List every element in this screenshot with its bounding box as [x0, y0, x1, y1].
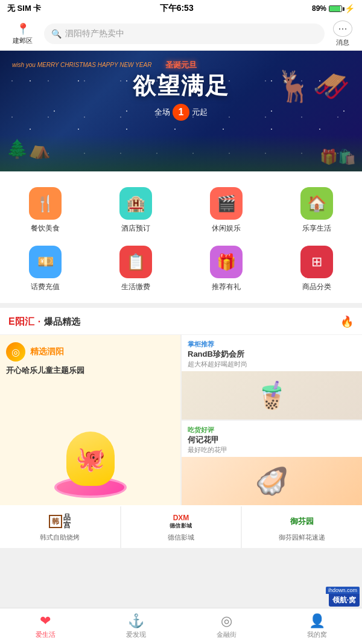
category-leisure-label: 休闲娱乐 — [212, 223, 241, 234]
battery-percent: 89% — [312, 4, 326, 13]
banner-sub-text: 全场 — [154, 107, 170, 118]
category-bills-icon: 📋 — [119, 246, 152, 278]
category-lifestyle-icon: 🏠 — [300, 187, 333, 220]
banner-price-area: 全场 1 元起 — [0, 104, 362, 121]
category-grid-row1: 🍴 餐饮美食 🏨 酒店预订 🎬 休闲娱乐 🏠 乐享生活 — [0, 181, 362, 240]
category-hotel-icon: 🏨 — [119, 187, 152, 220]
merchant-yu-name: 御芬园鲜花速递 — [279, 533, 325, 542]
location-icon: 📍 — [16, 22, 30, 36]
product-food-badge: 吃货好评 — [188, 426, 356, 435]
tab-discover-icon: ⚓ — [128, 613, 144, 629]
category-products-icon: ⊞ — [300, 246, 333, 278]
location-button[interactable]: 📍 建邺区 — [6, 22, 39, 45]
banner-price-num: 1 — [173, 104, 189, 121]
mountain-decoration — [0, 135, 362, 171]
category-hotel-label: 酒店预订 — [121, 223, 150, 234]
product-food-info: 吃货好评 何记花甲 最好吃的花甲 — [182, 421, 362, 457]
category-topup-label: 话费充值 — [31, 282, 60, 292]
category-grid-row2: 💴 话费充值 📋 生活缴费 🎁 推荐有礼 ⊞ 商品分类 — [0, 240, 362, 298]
tab-finance[interactable]: ◎ 金融街 — [181, 608, 272, 644]
merchant-dxm[interactable]: DXM 德信影城 德信影城 — [121, 506, 241, 548]
product-card-food[interactable]: 吃货好评 何记花甲 最好吃的花甲 🦪 — [182, 421, 362, 505]
category-bills[interactable]: 📋 生活缴费 — [91, 240, 181, 298]
merchant-row: 韩 品宫 韩式自助烧烤 DXM 德信影城 德信影城 御 — [0, 506, 362, 548]
more-icon: ··· — [333, 21, 352, 37]
category-dining[interactable]: 🍴 餐饮美食 — [0, 181, 91, 240]
category-hotel[interactable]: 🏨 酒店预订 — [91, 181, 181, 240]
location-text: 建邺区 — [13, 36, 33, 45]
product-boba-img: 🧋 — [182, 371, 362, 419]
category-topup[interactable]: 💴 话费充值 — [0, 240, 91, 298]
battery-icon — [329, 5, 342, 12]
merchant-han[interactable]: 韩 品宫 韩式自助烧烤 — [0, 506, 120, 548]
category-dining-icon: 🍴 — [29, 187, 62, 220]
search-placeholder: 泗阳特产热卖中 — [65, 28, 317, 39]
product-food-title: 何记花甲 — [188, 435, 356, 445]
product-left-logo: ◎ — [6, 342, 25, 362]
category-leisure-icon: 🎬 — [210, 187, 243, 220]
tab-discover[interactable]: ⚓ 爱发现 — [91, 608, 181, 644]
merchant-yu-logo: 御芬园 — [287, 512, 317, 531]
battery-area: 89% ⚡ — [312, 4, 355, 13]
search-icon: 🔍 — [51, 29, 62, 39]
product-left-title: 开心哈乐儿童主题乐园 — [6, 365, 174, 376]
tab-mine-icon: 👤 — [309, 613, 325, 629]
tab-life[interactable]: ❤ 爱生活 — [0, 608, 91, 644]
merchant-dxm-logo: DXM 德信影城 — [166, 512, 196, 531]
product-food-desc: 最好吃的花甲 — [188, 445, 356, 454]
tab-life-icon: ❤ — [40, 613, 51, 629]
tab-finance-icon: ◎ — [221, 613, 232, 629]
product-left-content: ◎ 精选泗阳 开心哈乐儿童主题乐园 🐙 — [0, 335, 180, 505]
product-boba-badge: 掌柜推荐 — [188, 340, 356, 349]
more-button[interactable]: ··· 消息 — [329, 21, 356, 47]
category-section: 🍴 餐饮美食 🏨 酒店预订 🎬 休闲娱乐 🏠 乐享生活 💴 话费充值 — [0, 171, 362, 303]
nav-bar: 📍 建邺区 🔍 泗阳特产热卖中 ··· 消息 — [0, 17, 362, 51]
category-products-label: 商品分类 — [302, 282, 331, 292]
tab-bar: ❤ 爱生活 ⚓ 爱发现 ◎ 金融街 👤 我的窝 — [0, 608, 362, 644]
category-gifts-label: 推荐有礼 — [212, 282, 241, 292]
santa-decoration: 🦌🛷 — [275, 69, 350, 104]
section-subtitle: 爆品精选 — [44, 316, 80, 328]
category-gifts[interactable]: 🎁 推荐有礼 — [181, 240, 272, 298]
merchant-han-logo: 韩 品宫 — [45, 512, 75, 531]
tab-life-label: 爱生活 — [36, 630, 56, 639]
tab-finance-label: 金融街 — [217, 630, 237, 639]
product-grid: ◎ 精选泗阳 开心哈乐儿童主题乐园 🐙 — [0, 335, 362, 505]
carrier-label: 无 SIM 卡 — [7, 3, 41, 14]
category-dining-label: 餐饮美食 — [31, 223, 60, 234]
product-card-boba[interactable]: 掌柜推荐 RandB珍奶会所 超大杯超好喝超时尚 🧋 — [182, 335, 362, 419]
section-title-wrap: E阳汇 · 爆品精选 — [8, 316, 80, 328]
product-boba-info: 掌柜推荐 RandB珍奶会所 超大杯超好喝超时尚 — [182, 335, 362, 371]
watermark-top: ihdown.com — [326, 587, 360, 594]
watermark-bottom: 领航·窝 — [329, 594, 360, 607]
merchant-dxm-name: 德信影城 — [168, 533, 194, 542]
tab-mine[interactable]: 👤 我的窝 — [272, 608, 362, 644]
category-products[interactable]: ⊞ 商品分类 — [272, 240, 362, 298]
category-bills-label: 生活缴费 — [121, 282, 150, 292]
product-left-brand: 精选泗阳 — [30, 346, 64, 357]
section-header: E阳汇 · 爆品精选 🔥 — [0, 308, 362, 335]
merchant-han-name: 韩式自助烧烤 — [40, 533, 80, 542]
category-topup-icon: 💴 — [29, 246, 62, 278]
fire-icon: 🔥 — [340, 315, 354, 328]
watermark: ihdown.com 领航·窝 — [326, 587, 360, 607]
category-leisure[interactable]: 🎬 休闲娱乐 — [181, 181, 272, 240]
search-bar[interactable]: 🔍 泗阳特产热卖中 — [44, 24, 325, 44]
tab-mine-label: 我的窝 — [307, 630, 327, 639]
product-boba-title: RandB珍奶会所 — [188, 349, 356, 360]
time-label: 下午6:53 — [160, 3, 194, 14]
section-separator: · — [38, 316, 40, 327]
merchant-yu[interactable]: 御芬园 御芬园鲜花速递 — [242, 506, 362, 548]
category-lifestyle[interactable]: 🏠 乐享生活 — [272, 181, 362, 240]
product-food-img: 🦪 — [182, 457, 362, 505]
section-brand: E阳汇 — [8, 316, 34, 328]
product-boba-desc: 超大杯超好喝超时尚 — [188, 360, 356, 369]
product-card-left[interactable]: ◎ 精选泗阳 开心哈乐儿童主题乐园 🐙 — [0, 335, 180, 505]
product-left-img: 🐙 — [6, 376, 174, 498]
banner[interactable]: wish you MERRY CHRISTMAS HAPPY NEW YEAR … — [0, 51, 362, 171]
status-bar: 无 SIM 卡 下午6:53 89% ⚡ — [0, 0, 362, 17]
category-gifts-icon: 🎁 — [210, 246, 243, 278]
products-section: ◎ 精选泗阳 开心哈乐儿童主题乐园 🐙 — [0, 335, 362, 548]
category-lifestyle-label: 乐享生活 — [302, 223, 331, 234]
tab-discover-label: 爱发现 — [126, 630, 146, 639]
